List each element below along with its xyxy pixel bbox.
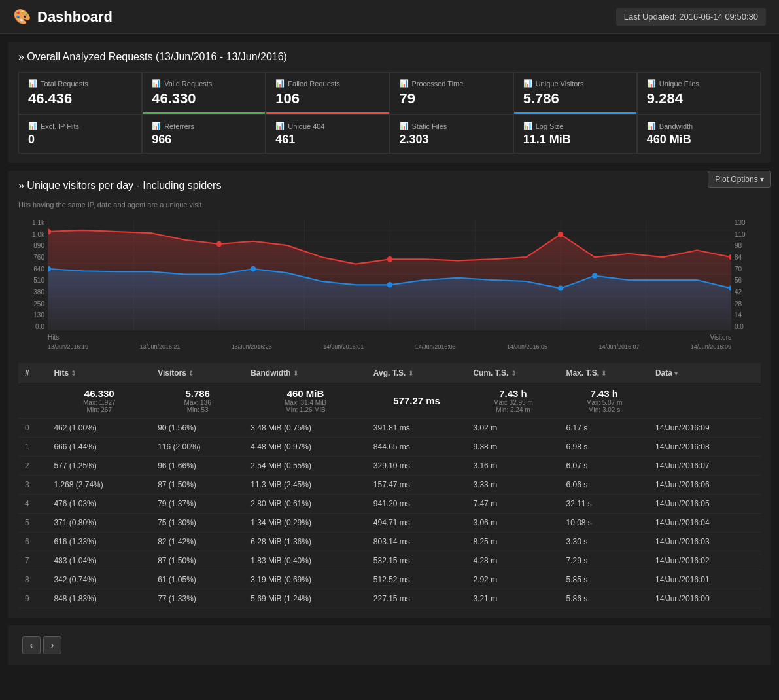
chart-axis-left-label: Hits (48, 334, 59, 341)
svg-point-19 (387, 256, 392, 262)
excl-ip-value: 0 (28, 133, 132, 147)
unique-404-value: 461 (275, 133, 379, 147)
chart-container: 1.1k 1.0k 890 760 640 510 380 250 130 0.… (18, 219, 761, 350)
col-hits[interactable]: Hits ⇕ (47, 363, 151, 383)
failed-requests-value: 106 (275, 90, 379, 107)
valid-requests-value: 46.330 (152, 90, 256, 107)
stat-log-size: 📊 Log Size 11.1 MiB (513, 114, 637, 154)
stat-static-files: 📊 Static Files 2.303 (390, 114, 513, 154)
chart-subtitle: Hits having the same IP, date and agent … (18, 201, 221, 209)
header: 🎨 Dashboard Last Updated: 2016-06-14 09:… (0, 0, 779, 34)
table-row: 6 616 (1.33%) 82 (1.42%) 6.28 MiB (1.36%… (18, 533, 761, 551)
processed-time-label: Processed Time (412, 80, 464, 88)
static-files-label: Static Files (412, 122, 447, 130)
chart-title: » Unique visitors per day - Including sp… (18, 180, 221, 192)
unique-visitors-bar (514, 112, 636, 114)
col-visitors[interactable]: Visitors ⇕ (151, 363, 244, 383)
unique-visitors-label: Unique Visitors (536, 80, 584, 88)
total-requests-value: 46.436 (28, 90, 132, 107)
table-row: 3 1.268 (2.74%) 87 (1.50%) 11.3 MiB (2.4… (18, 476, 761, 495)
col-avgt[interactable]: Avg. T.S. ⇕ (367, 363, 467, 383)
stat-unique-files: 📊 Unique Files 9.284 (637, 72, 761, 114)
plot-options-button[interactable]: Plot Options ▾ (708, 171, 771, 188)
valid-requests-bar (143, 112, 265, 114)
unique-visitors-value: 5.786 (523, 90, 627, 107)
log-size-value: 11.1 MiB (523, 133, 627, 147)
stats-section: » Overall Analyzed Requests (13/Jun/2016… (8, 42, 771, 163)
excl-ip-icon: 📊 (28, 122, 37, 130)
summary-cumt-max: Max: 32.95 m (473, 399, 553, 406)
excl-ip-label: Excl. IP Hits (41, 122, 79, 130)
unique-404-icon: 📊 (275, 122, 285, 130)
app-title: Dashboard (37, 9, 113, 26)
valid-requests-label: Valid Requests (164, 80, 212, 88)
static-files-icon: 📊 (400, 122, 409, 130)
chart-x-labels: 13/Jun/2016:19 13/Jun/2016:21 13/Jun/201… (48, 343, 731, 350)
table-row: 2 577 (1.25%) 96 (1.66%) 2.54 MiB (0.55%… (18, 457, 761, 476)
col-cumt[interactable]: Cum. T.S. ⇕ (466, 363, 559, 383)
table-row: 5 371 (0.80%) 75 (1.30%) 1.34 MiB (0.29%… (18, 514, 761, 533)
svg-point-27 (592, 273, 597, 278)
col-maxt[interactable]: Max. T.S. ⇕ (559, 363, 649, 383)
header-title: 🎨 Dashboard (13, 9, 113, 26)
summary-cumt-min: Min: 2.24 m (473, 406, 553, 413)
dashboard-icon: 🎨 (13, 9, 31, 26)
summary-hits-max: Max: 1.927 (54, 399, 145, 406)
referrers-label: Referrers (164, 122, 194, 130)
log-size-icon: 📊 (523, 122, 532, 130)
summary-hits-min: Min: 267 (54, 406, 145, 413)
summary-visitors-max: Max: 136 (158, 399, 237, 406)
unique-files-value: 9.284 (647, 90, 751, 107)
total-requests-icon: 📊 (28, 79, 37, 88)
bandwidth-label: Bandwidth (659, 122, 693, 130)
svg-point-24 (251, 266, 256, 271)
col-bandwidth[interactable]: Bandwidth ⇕ (244, 363, 367, 383)
svg-point-26 (558, 285, 563, 290)
table-row: 8 342 (0.74%) 61 (1.05%) 3.19 MiB (0.69%… (18, 570, 761, 589)
summary-avgt: 577.27 ms (393, 395, 440, 406)
pagination: ‹ › (14, 629, 765, 661)
failed-requests-bar (266, 112, 389, 114)
summary-maxt-min: Min: 3.02 s (566, 406, 642, 413)
summary-cumt: 7.43 h (499, 388, 527, 399)
processed-time-icon: 📊 (400, 79, 409, 88)
summary-row: 46.330 Max: 1.927 Min: 267 5.786 Max: 13… (18, 383, 761, 419)
bandwidth-icon: 📊 (647, 122, 656, 130)
pagination-section: ‹ › (8, 625, 771, 665)
unique-404-label: Unique 404 (288, 122, 324, 130)
chart-y-labels-right: 130 110 98 84 70 56 42 28 14 0.0 (731, 219, 761, 330)
svg-point-18 (216, 241, 222, 247)
col-data[interactable]: Data ▾ (649, 363, 761, 383)
summary-bandwidth-min: Min: 1.26 MiB (251, 406, 360, 413)
unique-visitors-icon: 📊 (523, 79, 532, 88)
failed-requests-label: Failed Requests (288, 80, 340, 88)
chart-section: » Unique visitors per day - Including sp… (8, 171, 771, 618)
svg-point-20 (558, 232, 563, 237)
unique-files-icon: 📊 (647, 79, 656, 88)
svg-point-25 (387, 282, 392, 287)
stat-referrers: 📊 Referrers 966 (142, 114, 266, 154)
table-header-row: # Hits ⇕ Visitors ⇕ Bandwidth ⇕ Avg. T.S… (18, 363, 761, 383)
next-page-button[interactable]: › (43, 636, 61, 654)
summary-hits: 46.330 (84, 388, 114, 399)
prev-page-button[interactable]: ‹ (22, 636, 41, 654)
chart-axis-right-label: Visitors (710, 334, 731, 341)
chart-svg-area (48, 219, 731, 330)
stat-excl-ip-hits: 📊 Excl. IP Hits 0 (18, 114, 142, 154)
total-requests-label: Total Requests (41, 80, 88, 88)
failed-requests-icon: 📊 (275, 79, 285, 88)
stats-section-title: » Overall Analyzed Requests (13/Jun/2016… (18, 51, 761, 63)
unique-files-label: Unique Files (659, 80, 699, 88)
summary-visitors: 5.786 (185, 388, 210, 399)
stats-grid: 📊 Total Requests 46.436 📊 Valid Requests… (18, 72, 761, 154)
table-row: 4 476 (1.03%) 79 (1.37%) 2.80 MiB (0.61%… (18, 495, 761, 514)
col-hash: # (18, 363, 47, 383)
table-row: 1 666 (1.44%) 116 (2.00%) 4.48 MiB (0.97… (18, 438, 761, 457)
summary-maxt-max: Max: 5.07 m (566, 399, 642, 406)
stat-valid-requests: 📊 Valid Requests 46.330 (142, 72, 266, 114)
last-updated: Last Updated: 2016-06-14 09:50:30 (616, 8, 766, 26)
stat-bandwidth: 📊 Bandwidth 460 MiB (637, 114, 761, 154)
table-row: 9 848 (1.83%) 77 (1.33%) 5.69 MiB (1.24%… (18, 589, 761, 608)
summary-bandwidth-max: Max: 31.4 MiB (251, 399, 360, 406)
static-files-value: 2.303 (400, 133, 504, 147)
